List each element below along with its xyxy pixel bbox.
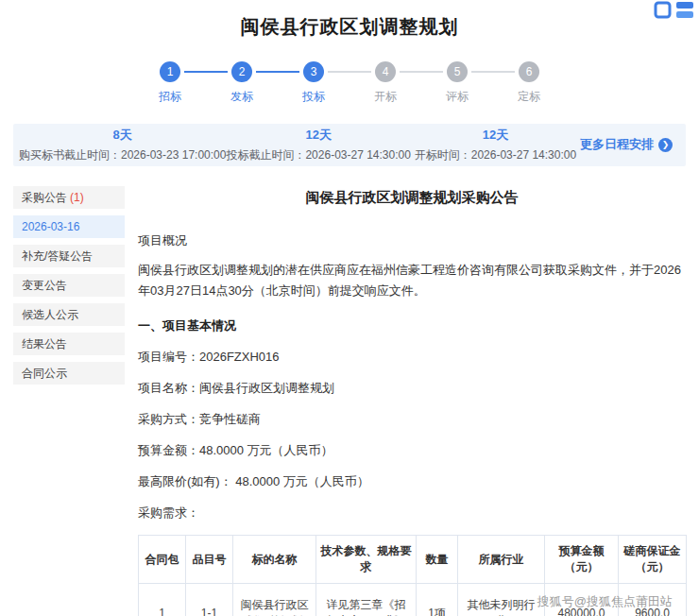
sidebar-item-label: 补充/答疑公告: [22, 249, 93, 263]
section1-heading: 一、项目基本情况: [138, 317, 686, 334]
more-schedule-link[interactable]: 更多日程安排 ❯: [580, 136, 673, 153]
sidebar-item-supplement-notice[interactable]: 补充/答疑公告: [13, 245, 125, 267]
step-label: 评标: [446, 89, 469, 105]
schedule-bar: 8天 购买标书截止时间：2026-03-23 17:00:00 12天 投标截止…: [13, 124, 686, 166]
article-title: 闽侯县行政区划调整规划采购公告: [138, 189, 686, 207]
sidebar-item-label: 2026-03-16: [22, 220, 79, 233]
main-area: 采购公告(1) 2026-03-16 补充/答疑公告 变更公告 候选人公示 结果…: [13, 186, 686, 616]
sidebar-item-result-notice[interactable]: 结果公告: [13, 333, 125, 355]
sidebar-item-label: 采购公告: [22, 191, 67, 204]
col-header-industry: 所属行业: [458, 536, 545, 584]
field-procurement-method: 采购方式：竞争性磋商: [138, 411, 686, 428]
field-max-price: 最高限价(如有)： 48.0000 万元（人民币）: [138, 473, 686, 490]
step-label: 开标: [374, 89, 397, 105]
days-remaining: 12天: [226, 127, 410, 144]
step-open: 4 开标: [371, 61, 400, 105]
step-label: 发标: [230, 89, 253, 105]
step-number: 3: [303, 61, 324, 82]
step-number: 5: [447, 61, 468, 82]
col-header-subject-name: 标的名称: [233, 536, 316, 584]
deadline-text: 购买标书截止时间：2026-03-23 17:00:00: [19, 147, 226, 163]
cell-quantity: 1项: [417, 584, 458, 616]
notice-count-badge: (1): [70, 191, 84, 204]
step-connector: [471, 71, 515, 73]
step-label: 定标: [518, 89, 540, 105]
step-connector: [400, 71, 443, 73]
field-project-name: 项目名称：闽侯县行政区划调整规划: [138, 380, 686, 397]
step-bidding: 1 招标: [156, 61, 184, 105]
cell-item-number: 1-1: [186, 584, 233, 616]
sidebar-item-label: 结果公告: [22, 337, 67, 351]
overview-heading: 项目概况: [138, 232, 686, 249]
sidebar-item-label: 合同公示: [22, 367, 67, 380]
overview-paragraph: 闽侯县行政区划调整规划的潜在供应商应在福州信豪工程造价咨询有限公司获取采购文件，…: [138, 260, 686, 301]
days-remaining: 12天: [411, 127, 580, 144]
schedule-item-opening-time: 12天 开标时间：2026-03-27 14:30:00: [411, 127, 580, 163]
field-project-number: 项目编号：2026FZXH016: [138, 349, 686, 366]
sidebar-item-procurement-notice[interactable]: 采购公告(1): [13, 186, 125, 209]
page-header: 闽侯县行政区划调整规划: [0, 0, 699, 40]
step-evaluate: 5 评标: [443, 61, 471, 105]
corner-logo-icon: [654, 0, 695, 23]
deadline-text: 投标截止时间：2026-03-27 14:30:00: [226, 147, 410, 163]
step-issue: 2 发标: [228, 61, 256, 105]
sidebar-item-change-notice[interactable]: 变更公告: [13, 274, 125, 297]
step-connector: [184, 71, 228, 73]
sidebar-item-label: 变更公告: [22, 279, 67, 292]
cell-tech-specs: 详见第三章《招标内容及要求》: [316, 584, 417, 616]
step-award: 6 定标: [515, 61, 543, 105]
table-header-row: 合同包 品目号 标的名称 技术参数、规格要求 数量 所属行业 预算金额（元） 磋…: [139, 536, 687, 584]
cell-contract-package: 1: [139, 584, 186, 616]
col-header-item-number: 品目号: [186, 536, 233, 584]
col-header-budget: 预算金额（元）: [545, 536, 619, 584]
col-header-tech-specs: 技术参数、规格要求: [316, 536, 417, 584]
sidebar-item-contract-publicity[interactable]: 合同公示: [13, 362, 125, 385]
field-budget-amount: 预算金额：48.0000 万元（人民币）: [138, 442, 686, 459]
arrow-right-icon: ❯: [658, 138, 673, 152]
schedule-item-purchase-deadline: 8天 购买标书截止时间：2026-03-23 17:00:00: [19, 127, 226, 163]
cell-industry: 其他未列明行业: [458, 584, 545, 616]
step-number: 6: [519, 61, 539, 82]
step-label: 招标: [159, 89, 181, 105]
step-connector: [328, 71, 371, 73]
step-submit: 3 投标: [299, 61, 328, 105]
col-header-quantity: 数量: [417, 536, 458, 584]
watermark-text: 搜狐号@搜狐焦点莆田站: [537, 593, 673, 610]
more-schedule-label: 更多日程安排: [580, 136, 654, 153]
article-content: 闽侯县行政区划调整规划采购公告 项目概况 闽侯县行政区划调整规划的潜在供应商应在…: [138, 186, 686, 616]
col-header-contract-package: 合同包: [139, 536, 186, 584]
step-connector: [256, 71, 299, 73]
cell-subject-name: 闽侯县行政区划调整规划: [233, 584, 316, 616]
field-procurement-demand: 采购需求：: [138, 505, 686, 522]
sidebar-item-candidate-publicity[interactable]: 候选人公示: [13, 303, 125, 326]
sidebar-item-label: 候选人公示: [22, 308, 78, 321]
schedule-item-bid-deadline: 12天 投标截止时间：2026-03-27 14:30:00: [226, 127, 410, 163]
page-title: 闽侯县行政区划调整规划: [0, 14, 699, 40]
progress-stepper: 1 招标 2 发标 3 投标 4 开标 5 评标 6 定标: [0, 61, 699, 105]
step-number: 4: [375, 61, 396, 82]
sidebar: 采购公告(1) 2026-03-16 补充/答疑公告 变更公告 候选人公示 结果…: [13, 186, 125, 391]
days-remaining: 8天: [19, 127, 226, 144]
deadline-text: 开标时间：2026-03-27 14:30:00: [411, 147, 580, 163]
col-header-deposit: 磋商保证金（元）: [619, 536, 687, 584]
step-number: 2: [231, 61, 252, 82]
step-number: 1: [160, 61, 180, 82]
sidebar-item-notice-date[interactable]: 2026-03-16: [13, 215, 125, 238]
step-label: 投标: [302, 89, 325, 105]
